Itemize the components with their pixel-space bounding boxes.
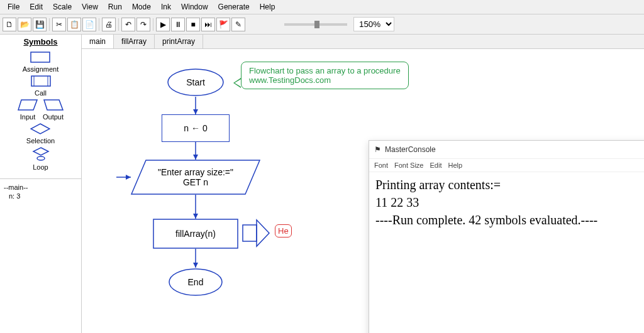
save-button[interactable]: 💾 bbox=[33, 18, 47, 31]
comment-tail bbox=[233, 78, 241, 88]
menu-window[interactable]: Window bbox=[176, 1, 213, 13]
variable-tree: --main-- n: 3 bbox=[0, 179, 81, 204]
zoom-select[interactable]: 150% bbox=[353, 17, 394, 31]
separator bbox=[153, 18, 153, 31]
symbol-input[interactable]: Input bbox=[18, 99, 38, 121]
console-body: Printing array contents:= 11 22 33 ----R… bbox=[369, 172, 644, 232]
menu-view[interactable]: View bbox=[77, 1, 103, 13]
console-menu-font[interactable]: Font bbox=[374, 161, 388, 169]
console-title-text: MasterConsole bbox=[385, 145, 436, 154]
stop-button[interactable]: ■ bbox=[186, 18, 200, 31]
menu-ink[interactable]: Ink bbox=[156, 1, 176, 13]
diamond-icon bbox=[30, 123, 50, 134]
menu-run[interactable]: Run bbox=[103, 1, 127, 13]
cut-button[interactable]: ✂ bbox=[52, 18, 66, 31]
svg-rect-0 bbox=[31, 52, 50, 62]
svg-marker-6 bbox=[31, 124, 50, 134]
copy-button[interactable]: 📋 bbox=[67, 18, 81, 31]
node-input[interactable]: "Enter array size:=" GET n bbox=[131, 160, 260, 195]
tabs: main fillArray printArray bbox=[82, 35, 644, 49]
symbol-assignment[interactable]: Assignment bbox=[23, 52, 58, 73]
console-line: 11 22 33 bbox=[375, 194, 644, 211]
menu-file[interactable]: File bbox=[3, 1, 25, 13]
svg-marker-20 bbox=[257, 220, 269, 246]
svg-marker-18 bbox=[126, 175, 131, 180]
separator bbox=[49, 18, 50, 31]
separator bbox=[118, 18, 119, 31]
comment-box[interactable]: Flowchart to pass an array to a procedur… bbox=[241, 62, 409, 89]
svg-marker-12 bbox=[193, 155, 198, 160]
console-menubar: Font Font Size Edit Help bbox=[369, 159, 644, 172]
print-button[interactable]: 🖨 bbox=[102, 18, 116, 31]
symbols-title: Symbols bbox=[0, 35, 81, 49]
console-line: ----Run complete. 42 symbols evaluated.-… bbox=[375, 211, 644, 229]
separator bbox=[99, 18, 99, 31]
node-assignment[interactable]: n ← 0 bbox=[162, 114, 230, 142]
node-start[interactable]: Start bbox=[167, 68, 225, 97]
menu-scale[interactable]: Scale bbox=[48, 1, 77, 13]
tab-main[interactable]: main bbox=[82, 35, 114, 48]
play-button[interactable]: ▶ bbox=[156, 18, 170, 31]
svg-point-8 bbox=[37, 156, 45, 160]
toolbar: 🗋 📂 💾 ✂ 📋 📄 🖨 ↶ ↷ ▶ ⏸ ■ ⏭ 🚩 ✎ 150% bbox=[0, 14, 644, 35]
menubar: File Edit Scale View Run Mode Ink Window… bbox=[0, 0, 644, 14]
svg-marker-10 bbox=[193, 109, 198, 114]
speed-slider-box bbox=[284, 23, 347, 26]
parallelogram-icon bbox=[18, 99, 38, 111]
canvas-area: main fillArray printArray bbox=[82, 35, 644, 333]
svg-marker-16 bbox=[193, 263, 198, 268]
symbol-loop[interactable]: Loop bbox=[31, 147, 51, 171]
tree-root[interactable]: --main-- bbox=[4, 183, 77, 192]
console-menu-fontsize[interactable]: Font Size bbox=[394, 161, 423, 169]
paste-button[interactable]: 📄 bbox=[82, 18, 96, 31]
call-icon bbox=[31, 75, 51, 87]
svg-marker-14 bbox=[193, 214, 198, 219]
symbol-selection[interactable]: Selection bbox=[26, 123, 55, 145]
flag-button[interactable]: 🚩 bbox=[216, 18, 230, 31]
loop-icon bbox=[31, 147, 51, 161]
svg-marker-4 bbox=[18, 100, 37, 110]
undo-button[interactable]: ↶ bbox=[121, 18, 135, 31]
pen-button[interactable]: ✎ bbox=[231, 18, 245, 31]
console-menu-help[interactable]: Help bbox=[448, 161, 462, 169]
slider-thumb[interactable] bbox=[314, 21, 319, 28]
svg-marker-7 bbox=[33, 148, 48, 155]
symbol-call[interactable]: Call bbox=[31, 75, 51, 97]
svg-rect-19 bbox=[243, 225, 257, 241]
svg-marker-5 bbox=[44, 100, 63, 110]
symbol-output[interactable]: Output bbox=[43, 99, 64, 121]
parallelogram-icon bbox=[43, 99, 64, 111]
menu-mode[interactable]: Mode bbox=[127, 1, 156, 13]
console-menu-edit[interactable]: Edit bbox=[430, 161, 441, 169]
speed-slider[interactable] bbox=[284, 23, 347, 26]
node-call[interactable]: fillArray(n) bbox=[153, 219, 238, 249]
symbols-panel: Symbols Assignment Call Input bbox=[0, 35, 81, 179]
node-end[interactable]: End bbox=[168, 268, 223, 297]
pause-button[interactable]: ⏸ bbox=[171, 18, 185, 31]
tab-fillarray[interactable]: fillArray bbox=[114, 35, 155, 48]
open-button[interactable]: 📂 bbox=[18, 18, 31, 31]
sidebar: Symbols Assignment Call Input bbox=[0, 35, 82, 333]
comment-partial[interactable]: He bbox=[275, 224, 292, 237]
console-icon: ⚑ bbox=[374, 145, 381, 154]
new-button[interactable]: 🗋 bbox=[3, 18, 16, 31]
flowchart[interactable]: Start n ← 0 "Enter array size:=" GET n f… bbox=[82, 49, 644, 74]
menu-generate[interactable]: Generate bbox=[213, 1, 255, 13]
tree-var-n[interactable]: n: 3 bbox=[4, 192, 77, 200]
redo-button[interactable]: ↷ bbox=[136, 18, 150, 31]
menu-edit[interactable]: Edit bbox=[25, 1, 48, 13]
rectangle-icon bbox=[30, 52, 50, 63]
console-line: Printing array contents:= bbox=[375, 176, 644, 194]
step-button[interactable]: ⏭ bbox=[201, 18, 215, 31]
tab-printarray[interactable]: printArray bbox=[155, 35, 203, 48]
console-window[interactable]: ⚑ MasterConsole — ☐ ✕ Font Font Size Edi… bbox=[369, 140, 644, 333]
menu-help[interactable]: Help bbox=[255, 1, 280, 13]
console-titlebar[interactable]: ⚑ MasterConsole — ☐ ✕ bbox=[369, 141, 644, 159]
